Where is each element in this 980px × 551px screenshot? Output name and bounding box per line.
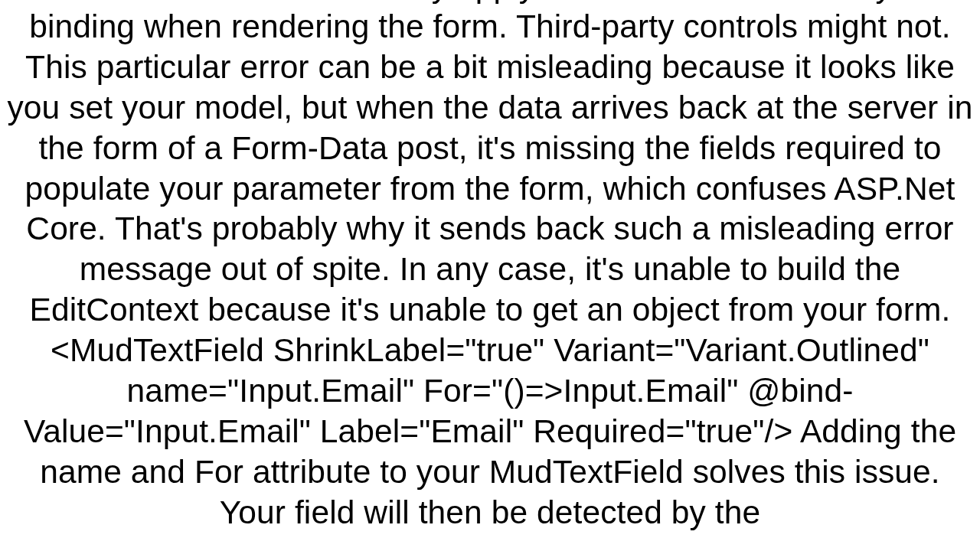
code-snippet: <MudTextField ShrinkLabel="true" Variant… [24, 332, 929, 449]
document-body: from Microsoft automatically apply this … [0, 0, 980, 533]
paragraph-text-1: from Microsoft automatically apply this … [7, 0, 972, 328]
